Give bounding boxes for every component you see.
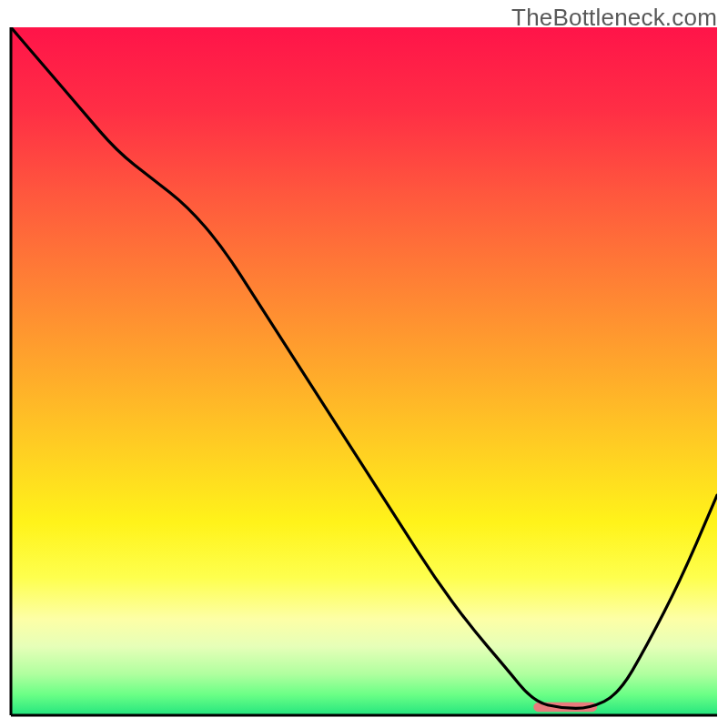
watermark-text: TheBottleneck.com [511, 4, 717, 32]
gradient-background [11, 27, 717, 715]
plot-area [11, 27, 717, 715]
chart-frame: TheBottleneck.com [0, 0, 728, 728]
bottleneck-chart [0, 0, 728, 728]
